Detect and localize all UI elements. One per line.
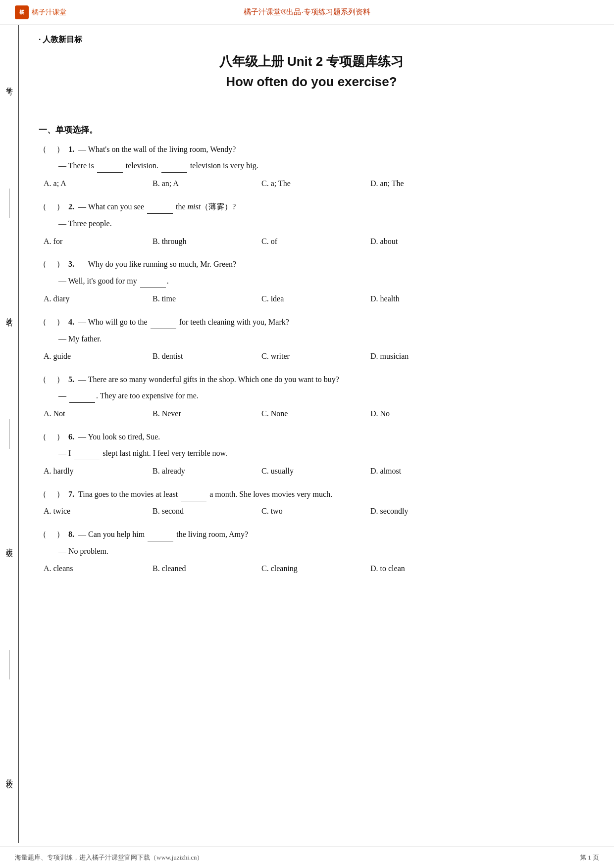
q5-opt-a: A. Not bbox=[44, 407, 153, 421]
q3-line: （ ） 3. — Why do you like running so much… bbox=[39, 257, 584, 271]
sidebar-divider3 bbox=[9, 650, 9, 679]
q3-opt-d: D. health bbox=[370, 292, 479, 306]
q7-line: （ ） 7. Tina goes to the movies at least … bbox=[39, 487, 584, 501]
q5-opt-c: C. None bbox=[261, 407, 370, 421]
q8-opt-b: B. cleaned bbox=[153, 562, 261, 576]
question-3: （ ） 3. — Why do you like running so much… bbox=[39, 257, 584, 306]
q4-opt-c: C. writer bbox=[261, 349, 370, 364]
footer-right: 第 1 页 bbox=[580, 853, 599, 862]
q3-opt-b: B. time bbox=[153, 292, 261, 306]
question-5: （ ） 5. — There are so many wonderful gif… bbox=[39, 373, 584, 421]
q8-opt-c: C. cleaning bbox=[261, 562, 370, 576]
q8-opt-d: D. to clean bbox=[370, 562, 479, 576]
sub-title: How often do you exercise? bbox=[39, 74, 584, 90]
q5-answer: — . They are too expensive for me. bbox=[58, 389, 584, 403]
logo-area: 橘 橘子汁课堂 bbox=[15, 5, 66, 19]
q1-line: （ ） 1. — What's on the wall of the livin… bbox=[39, 143, 584, 156]
sidebar-xuehao: 学号： bbox=[4, 82, 13, 95]
q8-opt-a: A. cleans bbox=[44, 562, 153, 576]
q7-opt-a: A. twice bbox=[44, 504, 153, 519]
q4-options: A. guide B. dentist C. writer D. musicia… bbox=[44, 349, 584, 364]
logo-label: 橘子汁课堂 bbox=[32, 8, 66, 17]
q7-opt-c: C. two bbox=[261, 504, 370, 519]
q1-opt-c: C. a; The bbox=[261, 177, 370, 191]
question-2: （ ） 2. — What can you see the mist（薄雾）? … bbox=[39, 200, 584, 248]
q4-opt-d: D. musician bbox=[370, 349, 479, 364]
q4-answer: — My father. bbox=[58, 332, 584, 345]
q1-options: A. a; A B. an; A C. a; The D. an; The bbox=[44, 177, 584, 191]
q8-options: A. cleans B. cleaned C. cleaning D. to c… bbox=[44, 562, 584, 576]
q3-opt-a: A. diary bbox=[44, 292, 153, 306]
q2-answer: — Three people. bbox=[58, 217, 584, 230]
q2-opt-b: B. through bbox=[153, 235, 261, 249]
main-content: ·人教新目标 八年级上册 Unit 2 专项题库练习 How often do … bbox=[19, 25, 614, 615]
q6-opt-a: A. hardly bbox=[44, 464, 153, 479]
dot-decoration: · bbox=[39, 35, 41, 44]
q2-opt-a: A. for bbox=[44, 235, 153, 249]
q7-options: A. twice B. second C. two D. secondly bbox=[44, 504, 584, 519]
header-title: 橘子汁课堂®出品·专项练习题系列资料 bbox=[244, 7, 370, 17]
q2-options: A. for B. through C. of D. about bbox=[44, 235, 584, 249]
question-6: （ ） 6. — You look so tired, Sue. — I sle… bbox=[39, 430, 584, 479]
q7-opt-d: D. secondly bbox=[370, 504, 479, 519]
q4-line: （ ） 4. — Who will go to the for teeth cl… bbox=[39, 315, 584, 329]
q1-opt-d: D. an; The bbox=[370, 177, 479, 191]
q6-line: （ ） 6. — You look so tired, Sue. bbox=[39, 430, 584, 443]
footer-left: 海量题库、专项训练，进入橘子汁课堂官网下载（www.juzizhi.cn） bbox=[15, 853, 203, 862]
q5-opt-b: B. Never bbox=[153, 407, 261, 421]
sidebar-divider2 bbox=[9, 419, 9, 449]
question-4: （ ） 4. — Who will go to the for teeth cl… bbox=[39, 315, 584, 364]
sidebar-xingming: 姓名： bbox=[4, 312, 13, 325]
q8-answer: — No problem. bbox=[58, 544, 584, 558]
main-title: 八年级上册 Unit 2 专项题库练习 bbox=[39, 53, 584, 70]
section1-header: 一、单项选择。 bbox=[39, 124, 584, 136]
q2-opt-c: C. of bbox=[261, 235, 370, 249]
page-header: 橘 橘子汁课堂 橘子汁课堂®出品·专项练习题系列资料 bbox=[0, 0, 614, 25]
question-8: （ ） 8. — Can you help him the living roo… bbox=[39, 528, 584, 576]
question-1: （ ） 1. — What's on the wall of the livin… bbox=[39, 143, 584, 191]
q3-opt-c: C. idea bbox=[261, 292, 370, 306]
q1-answer: — There is television. television is ver… bbox=[58, 159, 584, 173]
q5-opt-d: D. No bbox=[370, 407, 479, 421]
q2-opt-d: D. about bbox=[370, 235, 479, 249]
q3-answer: — Well, it's good for my . bbox=[58, 274, 584, 288]
q6-opt-b: B. already bbox=[153, 464, 261, 479]
sidebar-banji: 班级： bbox=[4, 543, 13, 556]
q3-options: A. diary B. time C. idea D. health bbox=[44, 292, 584, 306]
subject-tag: ·人教新目标 bbox=[39, 35, 584, 45]
q6-opt-d: D. almost bbox=[370, 464, 479, 479]
sidebar-xuexiao: 学校： bbox=[4, 773, 13, 786]
q6-options: A. hardly B. already C. usually D. almos… bbox=[44, 464, 584, 479]
title-section: 八年级上册 Unit 2 专项题库练习 How often do you exe… bbox=[39, 53, 584, 90]
logo-icon: 橘 bbox=[15, 5, 29, 19]
sidebar: 学号： 姓名： 班级： 学校： bbox=[0, 25, 19, 843]
page-footer: 海量题库、专项训练，进入橘子汁课堂官网下载（www.juzizhi.cn） 第 … bbox=[0, 846, 614, 868]
q1-opt-a: A. a; A bbox=[44, 177, 153, 191]
q4-opt-a: A. guide bbox=[44, 349, 153, 364]
q5-options: A. Not B. Never C. None D. No bbox=[44, 407, 584, 421]
q1-opt-b: B. an; A bbox=[153, 177, 261, 191]
question-7: （ ） 7. Tina goes to the movies at least … bbox=[39, 487, 584, 519]
q6-opt-c: C. usually bbox=[261, 464, 370, 479]
sidebar-divider1 bbox=[9, 189, 9, 218]
q6-answer: — I slept last night. I feel very terrib… bbox=[58, 446, 584, 460]
q4-opt-b: B. dentist bbox=[153, 349, 261, 364]
q5-line: （ ） 5. — There are so many wonderful gif… bbox=[39, 373, 584, 386]
q8-line: （ ） 8. — Can you help him the living roo… bbox=[39, 528, 584, 541]
q7-opt-b: B. second bbox=[153, 504, 261, 519]
q2-line: （ ） 2. — What can you see the mist（薄雾）? bbox=[39, 200, 584, 214]
